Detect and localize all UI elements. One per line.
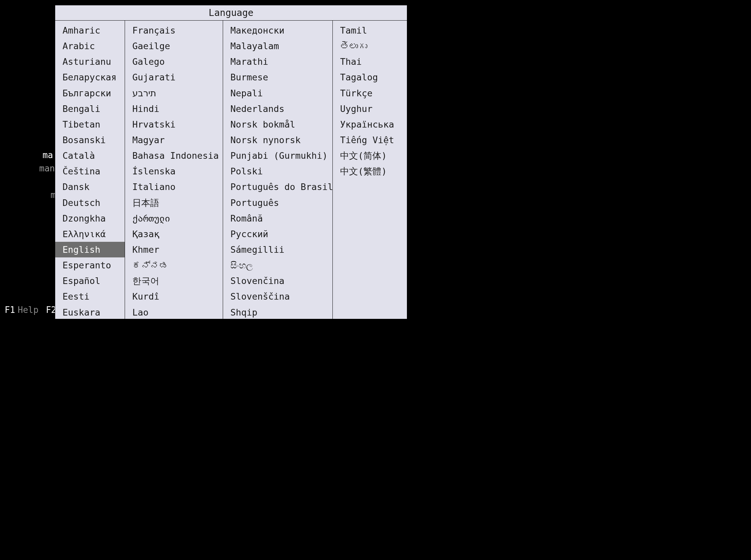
language-option[interactable]: Malayalam	[223, 38, 332, 54]
language-option[interactable]: ಕನ್ನಡ	[125, 257, 223, 273]
language-option[interactable]: Burmese	[223, 69, 332, 85]
language-option[interactable]: Tiếng Việt	[333, 132, 407, 148]
language-option[interactable]: Norsk bokmål	[223, 117, 332, 132]
language-option[interactable]: Lao	[125, 305, 223, 319]
language-option[interactable]: Marathi	[223, 54, 332, 69]
language-option[interactable]: Tibetan	[55, 117, 125, 132]
language-option[interactable]: Gujarati	[125, 69, 223, 85]
fkey-label: Help	[18, 305, 39, 315]
language-option[interactable]: Esperanto	[55, 257, 125, 273]
language-option[interactable]: Türkçe	[333, 85, 407, 101]
language-option[interactable]: Português	[223, 195, 332, 211]
language-option[interactable]: Thai	[333, 54, 407, 69]
language-option[interactable]: Bosanski	[55, 132, 125, 148]
language-option[interactable]: తెలుగు	[333, 38, 407, 54]
language-option[interactable]: Čeština	[55, 163, 125, 179]
language-option[interactable]: Eesti	[55, 288, 125, 304]
language-option[interactable]: Tamil	[333, 23, 407, 38]
language-option[interactable]: Euskara	[55, 305, 125, 319]
fkey-key: F1	[5, 305, 15, 315]
language-option[interactable]: Български	[55, 85, 125, 101]
language-columns: AmharicArabicAsturianuБеларускаяБългарск…	[55, 21, 407, 319]
dialog-title: Language	[55, 5, 407, 21]
language-option[interactable]: תירבע	[125, 85, 223, 101]
language-option[interactable]: Gaeilge	[125, 38, 223, 54]
language-option[interactable]: Italiano	[125, 179, 223, 195]
language-option[interactable]: ქართული	[125, 211, 223, 226]
language-option[interactable]: Kurdî	[125, 288, 223, 304]
background-text: ma	[42, 150, 53, 160]
language-option[interactable]: Slovenčina	[223, 273, 332, 288]
language-option[interactable]: Norsk nynorsk	[223, 132, 332, 148]
language-option[interactable]: Hrvatski	[125, 117, 223, 132]
language-option[interactable]: Sámegillii	[223, 242, 332, 257]
language-option[interactable]: Polski	[223, 163, 332, 179]
language-option[interactable]: Nederlands	[223, 101, 332, 117]
language-option[interactable]: Asturianu	[55, 54, 125, 69]
language-dialog: Language AmharicArabicAsturianuБеларуска…	[55, 5, 407, 319]
language-option[interactable]: 中文(简体)	[333, 148, 407, 163]
language-option[interactable]: Slovenščina	[223, 288, 332, 304]
language-option[interactable]: 日本語	[125, 195, 223, 211]
language-option[interactable]: Беларуская	[55, 69, 125, 85]
language-option[interactable]: Русский	[223, 226, 332, 242]
language-option[interactable]: Македонски	[223, 23, 332, 38]
language-column: TamilతెలుగుThaiTagalogTürkçeUyghurУкраїн…	[333, 21, 407, 319]
language-option[interactable]: Khmer	[125, 242, 223, 257]
fkey-item[interactable]: F1Help	[5, 305, 39, 315]
language-option[interactable]: Ελληνικά	[55, 226, 125, 242]
language-option[interactable]: Română	[223, 211, 332, 226]
language-option[interactable]: Íslenska	[125, 163, 223, 179]
language-option[interactable]: Українська	[333, 117, 407, 132]
language-option[interactable]: Magyar	[125, 132, 223, 148]
language-option[interactable]: Dansk	[55, 179, 125, 195]
language-option[interactable]: Català	[55, 148, 125, 163]
language-option[interactable]: 한국어	[125, 273, 223, 288]
language-option[interactable]: Қазақ	[125, 226, 223, 242]
language-column: МакедонскиMalayalamMarathiBurmeseNepaliN…	[223, 21, 333, 319]
background-text: man	[39, 163, 55, 173]
language-option[interactable]: Dzongkha	[55, 211, 125, 226]
language-option[interactable]: Français	[125, 23, 223, 38]
language-option[interactable]: English	[55, 242, 125, 257]
language-option[interactable]: Bengali	[55, 101, 125, 117]
language-column: FrançaisGaeilgeGalegoGujaratiתירבעHindiH…	[125, 21, 223, 319]
language-option[interactable]: Tagalog	[333, 69, 407, 85]
language-option[interactable]: Shqip	[223, 305, 332, 319]
language-option[interactable]: Hindi	[125, 101, 223, 117]
language-option[interactable]: Español	[55, 273, 125, 288]
language-option[interactable]: Nepali	[223, 85, 332, 101]
language-option[interactable]: Deutsch	[55, 195, 125, 211]
language-option[interactable]: Bahasa Indonesia	[125, 148, 223, 163]
language-column: AmharicArabicAsturianuБеларускаяБългарск…	[55, 21, 125, 319]
language-option[interactable]: Arabic	[55, 38, 125, 54]
language-option[interactable]: Português do Brasil	[223, 179, 332, 195]
language-option[interactable]: Punjabi (Gurmukhi)	[223, 148, 332, 163]
language-option[interactable]: 中文(繁體)	[333, 163, 407, 179]
language-option[interactable]: සිංහල	[223, 257, 332, 273]
language-option[interactable]: Uyghur	[333, 101, 407, 117]
language-option[interactable]: Amharic	[55, 23, 125, 38]
language-option[interactable]: Galego	[125, 54, 223, 69]
